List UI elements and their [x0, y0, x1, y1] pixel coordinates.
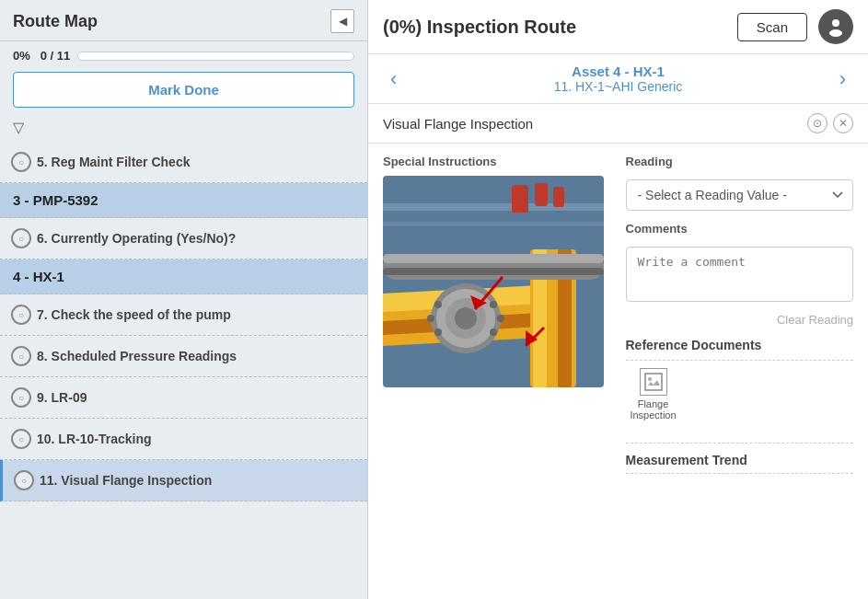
clear-reading-button[interactable]: Clear Reading: [626, 313, 854, 327]
section-hx: 4 - HX-1: [0, 259, 367, 294]
svg-rect-26: [383, 268, 604, 275]
comments-input[interactable]: [626, 247, 854, 302]
measurement-trend-section: Measurement Trend: [626, 443, 854, 474]
svg-rect-3: [383, 203, 604, 211]
svg-rect-5: [512, 185, 528, 213]
right-panel: (0%) Inspection Route Scan ‹ Asset 4 - H…: [368, 0, 868, 599]
svg-rect-6: [535, 183, 548, 206]
route-item-label-11: 11. Visual Flange Inspection: [40, 473, 212, 488]
route-item-circle-6: ○: [11, 228, 31, 248]
asset-nav: ‹ Asset 4 - HX-1 11. HX-1~AHI Generic ›: [368, 54, 868, 104]
header-right: Scan: [737, 9, 853, 44]
ref-doc-item-flange[interactable]: FlangeInspection: [626, 368, 681, 420]
section-hx-label: 4 - HX-1: [13, 269, 64, 284]
special-instructions-image: [383, 176, 604, 387]
left-header: Route Map ◀: [0, 0, 367, 41]
route-item-circle-10: ○: [11, 429, 31, 449]
route-item-label-10: 10. LR-10-Tracking: [37, 432, 152, 446]
progress-percent: 0% 0 / 11: [13, 49, 70, 63]
svg-point-15: [434, 301, 442, 308]
filter-icon[interactable]: ▽: [13, 119, 24, 136]
content-area: Special Instructions: [368, 144, 868, 599]
asset-sub: 11. HX-1~AHI Generic: [413, 79, 822, 94]
inspection-icons: ⊙ ✕: [807, 113, 853, 133]
close-icon[interactable]: ✕: [833, 113, 853, 133]
special-instructions: Special Instructions: [383, 155, 611, 588]
mark-done-row: Mark Done: [0, 66, 367, 115]
collapse-button[interactable]: ◀: [330, 9, 354, 33]
nav-next-button[interactable]: ›: [832, 67, 853, 91]
route-item-circle-11: ○: [14, 470, 34, 490]
route-item-11[interactable]: ○ 11. Visual Flange Inspection: [0, 460, 367, 501]
asset-name: Asset 4 - HX-1: [413, 63, 822, 79]
svg-point-19: [427, 315, 434, 322]
svg-point-16: [490, 301, 497, 308]
asset-info: Asset 4 - HX-1 11. HX-1~AHI Generic: [413, 63, 822, 94]
reading-section: Reading - Select a Reading Value - Pass …: [626, 155, 854, 588]
route-item-label-8: 8. Scheduled Pressure Readings: [37, 349, 237, 363]
reading-select[interactable]: - Select a Reading Value - Pass Fail N/A: [626, 179, 854, 211]
svg-point-20: [497, 315, 504, 322]
progress-bar-row: 0% 0 / 11: [0, 41, 367, 66]
route-item-9[interactable]: ○ 9. LR-09: [0, 377, 367, 419]
route-item-label-5: 5. Reg Maint Filter Check: [37, 155, 190, 169]
ref-doc-name: FlangeInspection: [630, 398, 676, 420]
svg-point-1: [829, 29, 842, 37]
inspection-route-title: (0%) Inspection Route: [383, 17, 576, 38]
svg-point-18: [490, 328, 497, 336]
inspection-title-row: Visual Flange Inspection ⊙ ✕: [383, 113, 853, 133]
route-item-circle-5: ○: [11, 152, 31, 172]
ref-docs-title: Reference Documents: [626, 338, 854, 352]
special-instructions-label: Special Instructions: [383, 155, 611, 168]
section-pmp: 3 - PMP-5392: [0, 183, 367, 218]
filter-row: ▽: [0, 115, 367, 142]
measurement-trend-title: Measurement Trend: [626, 453, 854, 467]
ref-doc-icon: [640, 368, 667, 396]
route-item-circle-7: ○: [11, 305, 31, 325]
route-item-label-7: 7. Check the speed of the pump: [37, 307, 231, 322]
right-header: (0%) Inspection Route Scan: [368, 0, 868, 54]
route-map-title: Route Map: [13, 12, 98, 31]
scan-button[interactable]: Scan: [737, 13, 807, 41]
svg-rect-7: [553, 187, 564, 207]
svg-rect-4: [383, 222, 604, 226]
svg-rect-31: [645, 374, 662, 390]
mark-done-button[interactable]: Mark Done: [13, 72, 354, 108]
inspection-title: Visual Flange Inspection: [383, 116, 533, 132]
route-item-6[interactable]: ○ 6. Currently Operating (Yes/No)?: [0, 218, 367, 259]
comments-label: Comments: [626, 222, 854, 236]
nav-prev-button[interactable]: ‹: [383, 67, 404, 91]
svg-point-17: [434, 328, 442, 336]
inspection-section: Visual Flange Inspection ⊙ ✕: [368, 104, 868, 144]
reading-label: Reading: [626, 155, 854, 168]
svg-point-14: [455, 307, 477, 329]
route-item-circle-8: ○: [11, 346, 31, 366]
info-icon[interactable]: ⊙: [807, 113, 827, 133]
ref-docs-section: Reference Documents FlangeInspection: [626, 338, 854, 420]
route-item-5[interactable]: ○ 5. Reg Maint Filter Check: [0, 142, 367, 183]
route-item-8[interactable]: ○ 8. Scheduled Pressure Readings: [0, 336, 367, 377]
route-item-label-9: 9. LR-09: [37, 390, 87, 405]
left-panel: Route Map ◀ 0% 0 / 11 Mark Done ▽ ○ 5. R…: [0, 0, 368, 599]
route-item-10[interactable]: ○ 10. LR-10-Tracking: [0, 419, 367, 460]
progress-track: [77, 52, 354, 61]
route-list: ○ 5. Reg Maint Filter Check 3 - PMP-5392…: [0, 142, 367, 599]
route-item-label-6: 6. Currently Operating (Yes/No)?: [37, 231, 236, 246]
route-item-circle-9: ○: [11, 387, 31, 408]
avatar-button[interactable]: [818, 9, 853, 44]
svg-point-32: [648, 377, 652, 381]
route-item-7[interactable]: ○ 7. Check the speed of the pump: [0, 294, 367, 336]
section-pmp-label: 3 - PMP-5392: [13, 192, 98, 208]
svg-rect-25: [383, 254, 604, 263]
svg-point-0: [832, 19, 839, 27]
